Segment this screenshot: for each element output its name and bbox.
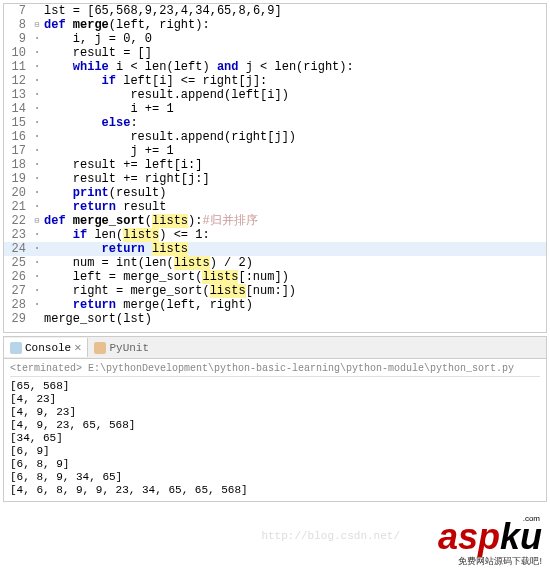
- line-number: 22: [4, 214, 30, 228]
- fold-collapse-icon[interactable]: [30, 214, 44, 228]
- code-line[interactable]: 11 while i < len(left) and j < len(right…: [4, 60, 546, 74]
- code-line[interactable]: 28 return merge(left, right): [4, 298, 546, 312]
- fold-gutter: [30, 284, 44, 298]
- code-editor[interactable]: 7lst = [65,568,9,23,4,34,65,8,6,9]8def m…: [3, 3, 547, 333]
- close-tab-icon[interactable]: ✕: [74, 340, 81, 355]
- terminated-status: <terminated> E:\pythonDevelopment\python…: [10, 363, 540, 377]
- code-line[interactable]: 14 i += 1: [4, 102, 546, 116]
- code-line[interactable]: 17 j += 1: [4, 144, 546, 158]
- fold-gutter: [30, 88, 44, 102]
- code-line[interactable]: 29merge_sort(lst): [4, 312, 546, 326]
- code-content[interactable]: num = int(len(lists) / 2): [44, 256, 546, 270]
- tab-pyunit-label: PyUnit: [109, 342, 149, 354]
- console-output-line: [6, 8, 9, 34, 65]: [10, 471, 540, 484]
- console-output-line: [4, 9, 23]: [10, 406, 540, 419]
- code-content[interactable]: result += right[j:]: [44, 172, 546, 186]
- watermark-asp: asp: [438, 516, 500, 558]
- fold-gutter: [30, 32, 44, 46]
- fold-gutter: [30, 130, 44, 144]
- code-line[interactable]: 15 else:: [4, 116, 546, 130]
- code-line[interactable]: 12 if left[i] <= right[j]:: [4, 74, 546, 88]
- tab-console-label: Console: [25, 342, 71, 354]
- watermark-top: .com: [523, 514, 540, 523]
- code-line[interactable]: 10 result = []: [4, 46, 546, 60]
- line-number: 21: [4, 200, 30, 214]
- pyunit-icon: [94, 342, 106, 354]
- code-content[interactable]: left = merge_sort(lists[:num]): [44, 270, 546, 284]
- code-content[interactable]: return lists: [44, 242, 546, 256]
- code-line[interactable]: 27 right = merge_sort(lists[num:]): [4, 284, 546, 298]
- fold-gutter: [30, 186, 44, 200]
- code-line[interactable]: 8def merge(left, right):: [4, 18, 546, 32]
- fold-gutter: [30, 158, 44, 172]
- console-output-line: [4, 9, 23, 65, 568]: [10, 419, 540, 432]
- code-line[interactable]: 25 num = int(len(lists) / 2): [4, 256, 546, 270]
- fold-gutter: [30, 270, 44, 284]
- code-line[interactable]: 16 result.append(right[j]): [4, 130, 546, 144]
- code-content[interactable]: result.append(right[j]): [44, 130, 546, 144]
- watermark-sub: 免费网站源码下载吧!: [458, 555, 542, 568]
- line-number: 27: [4, 284, 30, 298]
- line-number: 9: [4, 32, 30, 46]
- fold-gutter: [30, 116, 44, 130]
- line-number: 15: [4, 116, 30, 130]
- console-output-line: [6, 8, 9]: [10, 458, 540, 471]
- code-line[interactable]: 20 print(result): [4, 186, 546, 200]
- code-content[interactable]: result += left[i:]: [44, 158, 546, 172]
- code-line[interactable]: 23 if len(lists) <= 1:: [4, 228, 546, 242]
- code-line[interactable]: 18 result += left[i:]: [4, 158, 546, 172]
- code-content[interactable]: print(result): [44, 186, 546, 200]
- console-output-line: [6, 9]: [10, 445, 540, 458]
- code-content[interactable]: def merge_sort(lists):#归并排序: [44, 214, 546, 228]
- code-line[interactable]: 21 return result: [4, 200, 546, 214]
- fold-gutter: [30, 312, 44, 326]
- fold-collapse-icon[interactable]: [30, 18, 44, 32]
- code-line[interactable]: 24 return lists: [4, 242, 546, 256]
- console-body[interactable]: <terminated> E:\pythonDevelopment\python…: [4, 359, 546, 501]
- console-icon: [10, 342, 22, 354]
- line-number: 23: [4, 228, 30, 242]
- code-content[interactable]: j += 1: [44, 144, 546, 158]
- code-line[interactable]: 19 result += right[j:]: [4, 172, 546, 186]
- code-content[interactable]: right = merge_sort(lists[num:]): [44, 284, 546, 298]
- code-content[interactable]: def merge(left, right):: [44, 18, 546, 32]
- tab-pyunit[interactable]: PyUnit: [88, 340, 155, 356]
- code-content[interactable]: lst = [65,568,9,23,4,34,65,8,6,9]: [44, 4, 546, 18]
- code-line[interactable]: 26 left = merge_sort(lists[:num]): [4, 270, 546, 284]
- line-number: 19: [4, 172, 30, 186]
- code-line[interactable]: 13 result.append(left[i]): [4, 88, 546, 102]
- line-number: 17: [4, 144, 30, 158]
- line-number: 7: [4, 4, 30, 18]
- fold-gutter: [30, 200, 44, 214]
- line-number: 12: [4, 74, 30, 88]
- fold-gutter: [30, 172, 44, 186]
- line-number: 20: [4, 186, 30, 200]
- line-number: 10: [4, 46, 30, 60]
- code-content[interactable]: merge_sort(lst): [44, 312, 546, 326]
- code-content[interactable]: return result: [44, 200, 546, 214]
- console-output-line: [65, 568]: [10, 380, 540, 393]
- code-content[interactable]: result = []: [44, 46, 546, 60]
- code-line[interactable]: 22def merge_sort(lists):#归并排序: [4, 214, 546, 228]
- fold-gutter: [30, 4, 44, 18]
- code-content[interactable]: return merge(left, right): [44, 298, 546, 312]
- code-content[interactable]: i, j = 0, 0: [44, 32, 546, 46]
- code-line[interactable]: 7lst = [65,568,9,23,4,34,65,8,6,9]: [4, 4, 546, 18]
- fold-gutter: [30, 228, 44, 242]
- code-content[interactable]: else:: [44, 116, 546, 130]
- fold-gutter: [30, 256, 44, 270]
- line-number: 11: [4, 60, 30, 74]
- fold-gutter: [30, 242, 44, 256]
- watermark-url: http://blog.csdn.net/: [261, 530, 400, 542]
- code-content[interactable]: if left[i] <= right[j]:: [44, 74, 546, 88]
- code-line[interactable]: 9 i, j = 0, 0: [4, 32, 546, 46]
- console-output-line: [4, 6, 8, 9, 9, 23, 34, 65, 65, 568]: [10, 484, 540, 497]
- line-number: 24: [4, 242, 30, 256]
- line-number: 25: [4, 256, 30, 270]
- tab-console[interactable]: Console ✕: [4, 338, 88, 357]
- code-content[interactable]: i += 1: [44, 102, 546, 116]
- code-content[interactable]: result.append(left[i]): [44, 88, 546, 102]
- line-number: 16: [4, 130, 30, 144]
- code-content[interactable]: while i < len(left) and j < len(right):: [44, 60, 546, 74]
- code-content[interactable]: if len(lists) <= 1:: [44, 228, 546, 242]
